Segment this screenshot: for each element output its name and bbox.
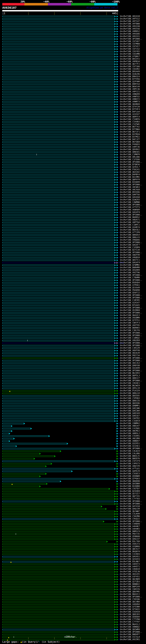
hit-label[interactable]: UniRef100_UPI000..	[120, 251, 142, 254]
hit-label[interactable]: UniRef100_Q0PXY9	[120, 178, 140, 181]
hit-label[interactable]: UniRef100_Q7S5N9	[120, 606, 140, 608]
hit-label[interactable]: UniRef100_Q801I6	[120, 400, 140, 402]
hit-label[interactable]: UniRef100_A9QQA6	[120, 239, 140, 241]
hit-bar[interactable]	[2, 305, 115, 306]
hit-bar[interactable]	[2, 466, 46, 467]
hit-label[interactable]: UniRef100_Q86QS4	[120, 234, 140, 236]
hit-label[interactable]: UniRef100_UPI000..	[120, 520, 142, 523]
hit-bar[interactable]	[2, 64, 115, 65]
hit-bar[interactable]	[2, 599, 115, 600]
hit-label[interactable]: UniRef100_C0NMA2	[120, 422, 140, 425]
hit-label[interactable]: UniRef100_Q95L19	[120, 387, 140, 390]
hit-bar[interactable]	[2, 169, 115, 170]
hit-bar[interactable]	[2, 332, 115, 334]
hit-bar[interactable]	[2, 264, 115, 266]
hit-bar[interactable]	[2, 534, 115, 535]
hit-bar[interactable]	[2, 526, 115, 527]
hit-label[interactable]: UniRef100_C5LKH9	[120, 513, 140, 515]
hit-bar[interactable]	[2, 538, 115, 540]
hit-bar[interactable]	[2, 282, 115, 284]
hit-label[interactable]: UniRef100_C3KIZ9	[120, 347, 140, 349]
hit-bar[interactable]	[2, 581, 115, 582]
hit-label[interactable]: UniRef100_Q57ZI7	[120, 492, 140, 495]
hit-bar[interactable]	[2, 576, 115, 578]
hit-bar[interactable]	[2, 250, 115, 251]
hit-label[interactable]: UniRef100_P05735	[120, 533, 140, 535]
hit-bar[interactable]	[2, 287, 115, 288]
hit-bar[interactable]	[2, 277, 115, 278]
hit-label[interactable]: UniRef100_C5G991	[120, 435, 140, 437]
hit-label[interactable]: UniRef100_A8CWA3	[120, 186, 140, 188]
hit-label[interactable]: UniRef100_Q5UAR9	[120, 269, 140, 272]
hit-label[interactable]: UniRef100_A7TL61	[120, 468, 140, 470]
hit-label[interactable]: UniRef100_Q86LX4	[120, 392, 140, 394]
hit-bar[interactable]	[2, 574, 115, 575]
hit-bar[interactable]	[2, 586, 115, 588]
hit-bar[interactable]	[2, 36, 115, 37]
hit-label[interactable]: UniRef100_B2ADB8	[120, 485, 140, 488]
hit-bar[interactable]	[2, 496, 115, 497]
hit-label[interactable]: UniRef100_A4H4K5	[120, 528, 140, 530]
hit-label[interactable]: UniRef100_Q9SRX2	[120, 148, 140, 151]
hit-label[interactable]: UniRef100_Q84NX8	[120, 103, 140, 106]
hit-bar[interactable]	[2, 383, 115, 384]
hit-label[interactable]: UniRef100_B6JWI9	[120, 384, 140, 387]
hit-label[interactable]: UniRef100_A2QKK6	[120, 545, 140, 548]
hit-bar[interactable]	[2, 440, 9, 442]
hit-label[interactable]: UniRef100_A9SUU6	[120, 33, 140, 35]
hit-bar[interactable]	[2, 458, 34, 460]
hit-bar[interactable]	[2, 21, 115, 22]
hit-label[interactable]: UniRef100_Q4E2W6	[120, 407, 140, 410]
hit-bar[interactable]	[2, 126, 115, 128]
hit-bar[interactable]	[2, 58, 115, 60]
hit-label[interactable]: UniRef100_Q6JWW7	[120, 510, 140, 513]
hit-label[interactable]: UniRef100_C6T4U7	[120, 40, 140, 43]
hit-label[interactable]: UniRef100_A3F4S1	[120, 576, 140, 578]
hit-bar[interactable]	[2, 144, 115, 145]
hit-label[interactable]: UniRef100_Q6CNH9	[120, 578, 140, 580]
hit-bar[interactable]	[2, 172, 115, 173]
hit-bar[interactable]	[2, 626, 115, 628]
hit-label[interactable]: UniRef100_UPI000..	[120, 204, 142, 206]
hit-label[interactable]: UniRef100_A4QV84	[120, 603, 140, 606]
hit-bar[interactable]	[2, 636, 115, 638]
hit-label[interactable]: UniRef100_C1BKQ2	[120, 337, 140, 339]
hit-bar[interactable]	[2, 184, 115, 186]
hit-label[interactable]: UniRef100_O02639	[120, 352, 140, 354]
hit-bar[interactable]	[2, 395, 115, 396]
hit-label[interactable]: UniRef100_B4J9M2	[120, 176, 140, 178]
hit-label[interactable]: UniRef100_C1GDC8	[120, 420, 140, 422]
hit-bar[interactable]	[2, 212, 115, 213]
hit-label[interactable]: UniRef100_B3L7Q9	[120, 540, 140, 543]
hit-bar[interactable]	[2, 94, 115, 95]
hit-label[interactable]: UniRef100_A8IJG3	[120, 362, 140, 364]
hit-label[interactable]: UniRef100_A9TI47	[120, 20, 140, 22]
hit-bar[interactable]	[2, 86, 115, 88]
hit-bar[interactable]	[2, 26, 115, 27]
hit-bar[interactable]	[2, 456, 55, 457]
hit-label[interactable]: UniRef100_C4LWJ4	[120, 450, 140, 452]
hit-label[interactable]: UniRef100_C5KZM8	[120, 515, 140, 518]
hit-label[interactable]: UniRef100_C6KSY6	[120, 588, 140, 590]
hit-bar[interactable]	[2, 247, 115, 248]
hit-bar[interactable]	[2, 481, 60, 482]
hit-bar[interactable]	[2, 368, 115, 369]
hit-label[interactable]: UniRef100_A9UZ69	[120, 339, 140, 342]
hit-bar[interactable]	[2, 521, 104, 522]
hit-bar[interactable]	[2, 295, 115, 296]
hit-bar[interactable]	[2, 506, 102, 507]
hit-label[interactable]: UniRef100_B2YI39	[120, 249, 140, 251]
hit-bar[interactable]	[2, 197, 115, 198]
hit-label[interactable]: UniRef100_O42699	[120, 367, 140, 370]
hit-bar[interactable]	[2, 619, 115, 620]
hit-bar[interactable]	[2, 614, 115, 615]
hit-bar[interactable]	[2, 554, 115, 555]
hit-label[interactable]: UniRef100_A9RDS2	[120, 30, 140, 33]
hit-bar[interactable]	[2, 566, 115, 568]
hit-label[interactable]: UniRef100_Q8IWR8	[120, 628, 140, 631]
hit-bar[interactable]	[2, 634, 115, 635]
hit-bar[interactable]	[2, 335, 115, 336]
hit-bar[interactable]	[2, 217, 115, 218]
hit-label[interactable]: UniRef100_C1FE66	[120, 158, 140, 161]
hit-label[interactable]: UniRef100_C7YT83	[120, 498, 140, 500]
